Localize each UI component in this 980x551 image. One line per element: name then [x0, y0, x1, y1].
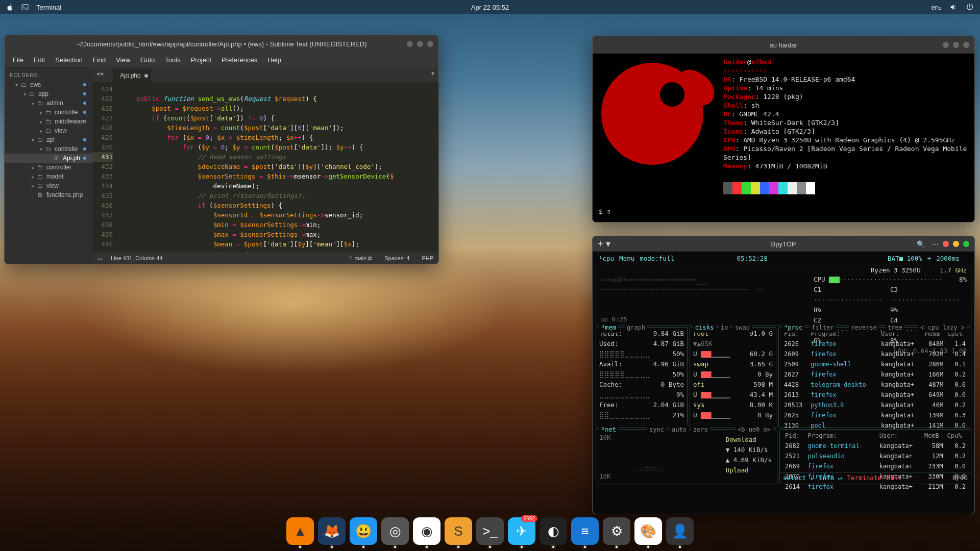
menu-goto[interactable]: Goto: [136, 55, 159, 65]
proc-row[interactable]: 2682gnome-terminal-kangbata+58M0.2: [783, 441, 968, 451]
sidebar[interactable]: FOLDERS ▾🗀ews▾🗀app▸🗀admin▸🗀controlle▸🗀mi…: [5, 67, 92, 264]
new-tab-icon[interactable]: + ▾: [598, 238, 610, 249]
proc-row[interactable]: 4428telegram-desktokangbata+487M0.6: [782, 380, 968, 390]
sidebar-header: FOLDERS: [5, 70, 92, 80]
tab-active[interactable]: Api.php: [113, 69, 151, 82]
close-icon[interactable]: [963, 42, 969, 48]
terminal-app-icon[interactable]: [21, 3, 29, 11]
code-area[interactable]: 4244254264274284294304314324334344354364…: [92, 82, 438, 253]
firefox-icon: 🦊: [324, 523, 340, 539]
sublime-text-window: ~/Documents/public_html/ews/app/api/cont…: [4, 35, 439, 264]
proc-row[interactable]: 2627firefoxkangbata+166M0.2: [782, 369, 968, 380]
menu-icon[interactable]: ⋯: [932, 240, 939, 248]
tab-dropdown-icon[interactable]: ▾: [431, 70, 434, 77]
terminal-content[interactable]: haidar@nfbsd-----------OS: FreeBSD 14.0-…: [593, 54, 974, 222]
volume-icon[interactable]: [949, 3, 958, 11]
maximize-icon[interactable]: [963, 241, 969, 247]
tab-label: Api.php: [120, 72, 141, 79]
dock-telegram[interactable]: ✈6692: [508, 517, 535, 545]
folder-controlle[interactable]: ▾🗀controlle: [5, 144, 92, 154]
indent[interactable]: Spaces: 4: [384, 255, 409, 262]
menu-project[interactable]: Project: [187, 55, 215, 65]
proc-row[interactable]: 2625firefoxkangbata+139M0.3: [782, 410, 968, 420]
file-Api.ph[interactable]: 🗎Api.ph: [5, 154, 92, 163]
minimize-icon[interactable]: [407, 41, 413, 47]
proc-row[interactable]: 2609firefoxkangbata+702M0.4: [782, 349, 968, 359]
dock-onlyoffice[interactable]: ≡: [571, 517, 599, 545]
folder-admin[interactable]: ▸🗀admin: [5, 98, 92, 108]
proc-row[interactable]: 2521pulseaudiokangbata+12M0.2: [783, 451, 968, 461]
dock-vlc[interactable]: ▲: [286, 517, 314, 545]
active-app-name[interactable]: Terminal: [36, 4, 61, 11]
proc-row[interactable]: 2669firefoxkangbata+233M0.0: [783, 461, 968, 471]
dock: ▲🦊😃◎◉S>_✈6692◐≡⚙🎨👤: [281, 514, 699, 548]
menu-edit[interactable]: Edit: [30, 55, 49, 65]
minimize-icon[interactable]: [953, 241, 959, 247]
dock-terminal[interactable]: >_: [476, 517, 504, 545]
menu-help[interactable]: Help: [263, 55, 285, 65]
color-icon: 🎨: [640, 523, 656, 539]
shell-prompt[interactable]: $ ▯: [599, 207, 610, 216]
dock-settings[interactable]: ⚙: [603, 517, 630, 545]
dock-camera[interactable]: ◎: [381, 517, 409, 545]
dock-sublime[interactable]: S: [445, 517, 472, 545]
git-branch[interactable]: ᛘ main ⧉: [349, 255, 372, 262]
menu-file[interactable]: File: [9, 55, 28, 65]
input-lang[interactable]: en₁: [932, 4, 941, 11]
badge: 6692: [521, 515, 537, 522]
sysinfo: haidar@nfbsd-----------OS: FreeBSD 14.0-…: [723, 58, 968, 218]
sublime-titlebar[interactable]: ~/Documents/public_html/ews/app/api/cont…: [5, 35, 438, 53]
menu-tools[interactable]: Tools: [161, 55, 184, 65]
syntax[interactable]: PHP: [422, 255, 433, 262]
disks-box: disksioswap root91.0 G▼▲65KU ▇▇▇▁▁▁▁▁ 60…: [690, 327, 776, 428]
dock-obs[interactable]: ◐: [540, 517, 567, 545]
bpytop-titlebar[interactable]: + ▾ BpyTOP 🔍 ⋯: [593, 236, 974, 252]
window-title: su haidar: [770, 41, 797, 49]
folder-api[interactable]: ▾🗀api: [5, 135, 92, 144]
dock-color[interactable]: 🎨: [634, 517, 662, 545]
menu-selection[interactable]: Selection: [51, 55, 86, 65]
folder-ews[interactable]: ▾🗀ews: [5, 80, 92, 89]
terminal-icon: >_: [482, 523, 498, 539]
folder-controller[interactable]: ▸🗀controller: [5, 163, 92, 172]
folder-view[interactable]: ▸🗀view: [5, 181, 92, 190]
folder-view[interactable]: ▸🗀view: [5, 126, 92, 135]
file-functions.php[interactable]: 🗎functions.php: [5, 190, 92, 199]
power-icon[interactable]: [966, 3, 974, 11]
mem-box: ³memgraph Total: 9.84 GiBUsed: 4.87 GiB⣿…: [596, 327, 688, 428]
files-icon: 😃: [355, 523, 372, 539]
menu-view[interactable]: View: [112, 55, 134, 65]
menu-find[interactable]: Find: [89, 55, 110, 65]
folder-app[interactable]: ▾🗀app: [5, 89, 92, 98]
proc-row[interactable]: 2626firefoxkangbata+848M1.4: [782, 339, 968, 349]
proc-row[interactable]: 2509gnome-shellkangbata+286M0.1: [782, 359, 968, 369]
minimize-icon[interactable]: [943, 42, 949, 48]
maximize-icon[interactable]: [417, 41, 423, 47]
console-icon[interactable]: ▭: [97, 255, 103, 262]
maximize-icon[interactable]: [953, 42, 959, 48]
clock[interactable]: Apr 22 05:52: [471, 4, 509, 11]
bpytop-content[interactable]: ¹cpu Menu mode:full 05:52:28 BAT■ 100% +…: [593, 252, 974, 514]
dock-firefox[interactable]: 🦊: [318, 517, 346, 545]
folder-controlle[interactable]: ▸🗀controlle: [5, 108, 92, 117]
terminal-titlebar[interactable]: su haidar: [593, 36, 974, 54]
proc-row[interactable]: 20513python3.9kangbata+46M0.2: [782, 400, 968, 410]
dock-files[interactable]: 😃: [350, 517, 377, 545]
folder-model[interactable]: ▸🗀model: [5, 172, 92, 181]
settings-icon: ⚙: [611, 523, 623, 539]
close-icon[interactable]: [427, 41, 433, 47]
close-icon[interactable]: [943, 241, 949, 247]
net-box: ²net sync auto zero <b ue0 n> Download ▼…: [596, 429, 777, 484]
search-icon[interactable]: 🔍: [917, 240, 925, 248]
tab-nav-icons[interactable]: ◂ ▸: [96, 70, 104, 77]
menu-preferences[interactable]: Preferences: [217, 55, 261, 65]
dock-term2[interactable]: 👤: [666, 517, 694, 545]
bpytop-window: + ▾ BpyTOP 🔍 ⋯ ¹cpu Menu mode:full 05:52…: [592, 236, 975, 514]
apple-menu-icon[interactable]: [6, 4, 14, 11]
proc-row[interactable]: 2613firefoxkangbata+649M0.0: [782, 390, 968, 400]
folder-middleware[interactable]: ▸🗀middleware: [5, 117, 92, 126]
editor-pane: ◂ ▸ Api.php ▾ 42442542642742842943043143…: [92, 67, 438, 264]
cursor-pos: Line 431, Column 44: [111, 255, 163, 261]
dock-chrome[interactable]: ◉: [413, 517, 440, 545]
svg-rect-0: [22, 5, 28, 10]
